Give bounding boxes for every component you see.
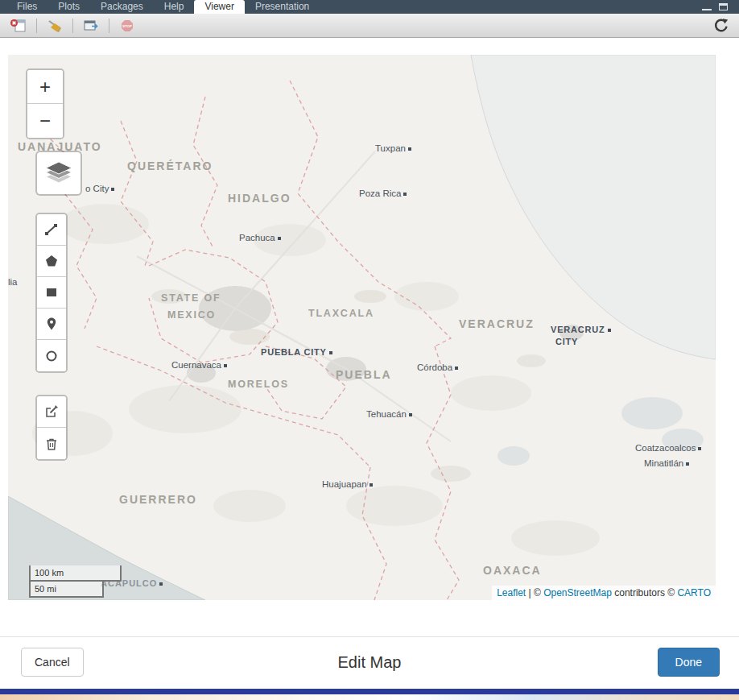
- page-title: Edit Map: [0, 653, 739, 672]
- desktop-strip: [0, 694, 739, 700]
- draw-toolbar: [35, 213, 68, 373]
- background-window-strip: [0, 689, 739, 694]
- map-scale-control: 100 km 50 mi: [29, 565, 122, 598]
- maximize-icon[interactable]: [719, 3, 728, 10]
- rectangle-icon: [43, 284, 60, 300]
- viewer-content: UANAJUATOQUERÉTAROo CityTuxpanPoza RicaH…: [0, 38, 739, 689]
- attribution-text: | ©: [526, 587, 543, 599]
- stop-icon: STOP: [120, 19, 134, 33]
- basemap: [8, 55, 716, 600]
- circle-icon: [43, 348, 60, 364]
- minimize-icon[interactable]: [702, 4, 712, 10]
- clear-viewer-button[interactable]: [8, 17, 29, 35]
- tab-viewer[interactable]: Viewer: [194, 0, 244, 14]
- refresh-icon: [713, 18, 729, 33]
- draw-polygon-button[interactable]: [37, 246, 66, 277]
- toolbar-separator: [72, 19, 73, 33]
- leaflet-map[interactable]: UANAJUATOQUERÉTAROo CityTuxpanPoza RicaH…: [8, 55, 716, 600]
- layers-control[interactable]: [35, 151, 82, 196]
- edit-toolbar: [35, 395, 68, 461]
- tab-presentation[interactable]: Presentation: [245, 0, 320, 14]
- edit-layers-button[interactable]: [37, 396, 66, 428]
- clear-viewer-icon: [10, 19, 27, 33]
- zoom-control: + −: [26, 68, 64, 139]
- zoom-in-button[interactable]: +: [27, 70, 63, 104]
- viewer-toolbar: STOP: [0, 14, 739, 38]
- delete-layers-button[interactable]: [37, 428, 66, 459]
- draw-marker-button[interactable]: [37, 309, 66, 340]
- rstudio-viewer-pane: FilesPlotsPackagesHelpViewerPresentation: [0, 0, 739, 700]
- draw-polyline-button[interactable]: [37, 214, 66, 246]
- svg-text:STOP: STOP: [122, 23, 132, 27]
- open-in-new-window-button[interactable]: [81, 17, 101, 35]
- toolbar-separator: [36, 19, 37, 33]
- done-button[interactable]: Done: [658, 648, 720, 677]
- attribution-text: contributors ©: [612, 587, 678, 599]
- polyline-icon: [43, 222, 60, 238]
- map-attribution: Leaflet | © OpenStreetMap contributors ©…: [492, 586, 716, 600]
- tab-plots[interactable]: Plots: [47, 0, 90, 14]
- leaflet-link[interactable]: Leaflet: [497, 587, 526, 599]
- draw-circle-button[interactable]: [37, 340, 66, 371]
- scale-mi: 50 mi: [29, 582, 104, 598]
- carto-link[interactable]: CARTO: [677, 587, 711, 599]
- edit-icon: [43, 404, 60, 420]
- stop-button[interactable]: STOP: [117, 17, 138, 35]
- trash-icon: [43, 436, 60, 452]
- draw-rectangle-button[interactable]: [37, 277, 66, 309]
- window-buttons: [702, 0, 739, 14]
- refresh-button[interactable]: [710, 17, 731, 35]
- scale-km: 100 km: [29, 565, 122, 582]
- marker-icon: [43, 316, 60, 332]
- layers-icon: [43, 160, 75, 186]
- polygon-icon: [43, 253, 60, 269]
- open-in-new-window-icon: [83, 19, 99, 33]
- tab-files[interactable]: Files: [6, 0, 47, 14]
- pane-tabbar: FilesPlotsPackagesHelpViewerPresentation: [0, 0, 739, 14]
- broom-icon: [47, 19, 63, 33]
- clear-all-button[interactable]: [44, 17, 65, 35]
- edit-map-footer: Cancel Edit Map Done: [0, 636, 739, 689]
- tab-help[interactable]: Help: [154, 0, 195, 14]
- toolbar-separator: [109, 19, 109, 33]
- openstreetmap-link[interactable]: OpenStreetMap: [543, 587, 612, 599]
- tab-packages[interactable]: Packages: [90, 0, 154, 14]
- zoom-out-button[interactable]: −: [27, 104, 63, 138]
